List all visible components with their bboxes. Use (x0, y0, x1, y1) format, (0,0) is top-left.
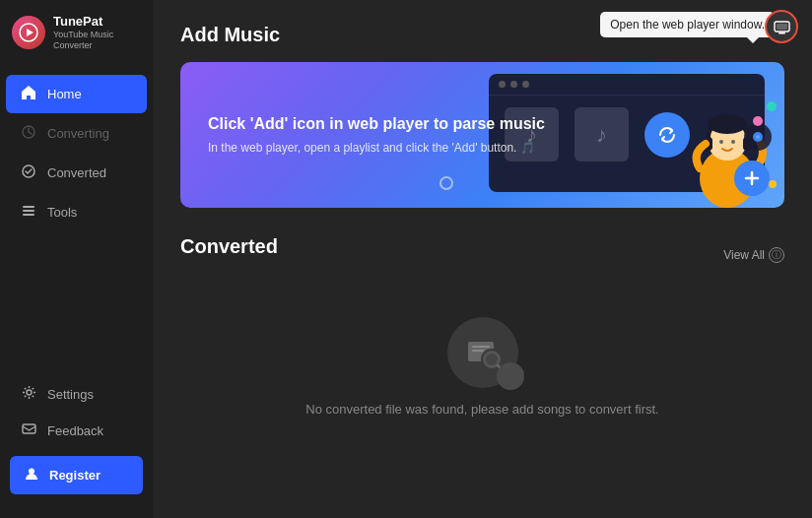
web-player-tooltip: Open the web player window. (600, 12, 775, 37)
add-button-circle (734, 161, 770, 196)
browser-dot-2 (510, 81, 517, 88)
sidebar-item-feedback[interactable]: Feedback (6, 413, 147, 448)
converted-icon (20, 163, 37, 182)
sidebar-nav: Home Converting Converted (0, 66, 153, 375)
empty-state-icon (447, 317, 518, 388)
svg-rect-11 (778, 32, 785, 34)
banner-sub-text: In the web player, open a playlist and c… (208, 141, 545, 155)
svg-rect-8 (23, 424, 35, 433)
register-button[interactable]: Register (10, 456, 143, 494)
settings-icon (20, 385, 37, 403)
svg-rect-26 (472, 346, 490, 348)
logo-icon (12, 16, 45, 49)
svg-point-18 (719, 140, 723, 144)
register-label: Register (49, 468, 101, 483)
svg-point-29 (486, 354, 498, 365)
main-content: Open the web player window. Add Music Cl… (153, 0, 812, 518)
converting-label: Converting (47, 126, 109, 141)
view-all-button[interactable]: View All ⓘ (723, 247, 784, 263)
sidebar-item-settings[interactable]: Settings (6, 376, 147, 412)
sidebar: TunePat YouTube Music Converter Home Con… (0, 0, 153, 518)
sidebar-item-tools[interactable]: Tools (6, 193, 147, 231)
register-icon (24, 466, 39, 485)
banner-main-text: Click 'Add' icon in web player to parse … (208, 115, 545, 133)
view-all-label: View All (723, 248, 765, 262)
svg-rect-5 (23, 210, 34, 212)
converting-icon (20, 124, 37, 143)
banner-text: Click 'Add' icon in web player to parse … (208, 115, 545, 155)
browser-dot-3 (522, 81, 529, 88)
sidebar-bottom: Settings Feedback Register (0, 375, 153, 518)
svg-point-9 (29, 469, 34, 475)
music-note-icon: 🎵 (520, 141, 535, 155)
home-icon (20, 85, 37, 103)
feedback-label: Feedback (47, 423, 103, 438)
settings-label: Settings (47, 387, 94, 402)
app-subtitle: YouTube Music Converter (53, 30, 141, 52)
home-label: Home (47, 87, 82, 101)
svg-marker-1 (27, 29, 34, 36)
converted-title: Converted (180, 235, 278, 258)
app-name: TunePat (53, 14, 141, 30)
info-icon: ⓘ (769, 247, 784, 263)
sidebar-item-converting: Converting (6, 114, 147, 153)
svg-line-30 (498, 365, 502, 371)
tools-label: Tools (47, 205, 77, 220)
tools-icon (20, 203, 37, 222)
svg-rect-6 (23, 214, 34, 216)
svg-point-7 (27, 390, 32, 395)
svg-rect-27 (472, 350, 484, 352)
circle-accent (440, 176, 453, 190)
music-card-2: ♪ (575, 107, 629, 162)
empty-message: No converted file was found, please add … (305, 402, 658, 417)
svg-point-22 (756, 135, 760, 139)
svg-rect-4 (23, 206, 34, 208)
converted-section-header: Converted View All ⓘ (180, 235, 784, 274)
dot-teal (767, 101, 777, 111)
empty-state: No converted file was found, please add … (180, 297, 784, 436)
svg-rect-12 (777, 24, 787, 30)
browser-dot-1 (499, 81, 506, 88)
logo-text: TunePat YouTube Music Converter (53, 14, 141, 52)
sidebar-item-home[interactable]: Home (6, 75, 147, 113)
feedback-icon (20, 421, 37, 439)
sidebar-item-converted[interactable]: Converted (6, 154, 147, 192)
web-player-button[interactable] (765, 10, 798, 43)
app-logo: TunePat YouTube Music Converter (0, 0, 153, 66)
dot-pink (753, 116, 763, 126)
dot-yellow (769, 180, 777, 188)
converted-nav-label: Converted (47, 165, 106, 180)
add-music-banner: Click 'Add' icon in web player to parse … (180, 62, 784, 208)
svg-point-19 (731, 140, 735, 144)
